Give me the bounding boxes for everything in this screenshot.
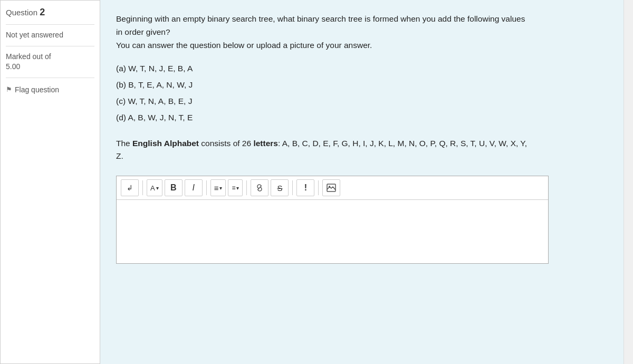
sidebar-divider bbox=[6, 24, 94, 25]
toolbar-separator-1 bbox=[142, 180, 143, 195]
bold-button[interactable]: B bbox=[165, 179, 183, 196]
sidebar-divider2 bbox=[6, 46, 94, 46]
question-number: 2 bbox=[40, 7, 45, 17]
editor-body[interactable] bbox=[117, 200, 548, 263]
marked-out-of: Marked out of 5.00 bbox=[6, 52, 94, 72]
choice-a: (a) W, T, N, J, E, B, A bbox=[116, 62, 608, 75]
link-button[interactable] bbox=[251, 179, 268, 196]
italic-button[interactable]: I bbox=[185, 179, 203, 196]
flag-question-label: Flag question bbox=[15, 85, 59, 94]
image-icon bbox=[327, 184, 336, 192]
ul-dropdown-arrow: ▾ bbox=[219, 185, 222, 191]
question-text: Beginning with an empty binary search tr… bbox=[116, 13, 528, 52]
ol-dropdown-arrow: ▾ bbox=[236, 185, 239, 191]
main-content: Beginning with an empty binary search tr… bbox=[100, 0, 624, 364]
sidebar: Question 2 Not yet answered Marked out o… bbox=[0, 0, 100, 364]
choice-b: (b) B, T, E, A, N, W, J bbox=[116, 79, 608, 92]
choice-c: (c) W, T, N, A, B, E, J bbox=[116, 95, 608, 108]
alphabet-note: The English Alphabet consists of 26 lett… bbox=[116, 137, 528, 164]
toolbar-separator-4 bbox=[292, 180, 293, 195]
flag-icon: ⚑ bbox=[6, 85, 12, 93]
question-label: Question 2 bbox=[6, 7, 94, 18]
toolbar-separator-5 bbox=[318, 180, 319, 195]
editor-toolbar: ↲ A ▾ B I ≡ ▾ ≡ ▾ bbox=[117, 176, 548, 200]
exclamation-button[interactable]: ! bbox=[296, 179, 314, 196]
svg-line-0 bbox=[258, 187, 261, 189]
answer-editor: ↲ A ▾ B I ≡ ▾ ≡ ▾ bbox=[116, 176, 549, 264]
toolbar-separator-3 bbox=[246, 180, 247, 195]
toolbar-separator-2 bbox=[206, 180, 207, 195]
sidebar-divider3 bbox=[6, 78, 94, 78]
choice-d: (d) A, B, W, J, N, T, E bbox=[116, 111, 608, 124]
strikethrough-button[interactable]: S bbox=[271, 179, 289, 196]
flag-question-button[interactable]: ⚑ Flag question bbox=[6, 85, 94, 94]
question-status: Not yet answered bbox=[6, 30, 94, 41]
font-button[interactable]: A ▾ bbox=[147, 179, 162, 196]
choices-list: (a) W, T, N, J, E, B, A (b) B, T, E, A, … bbox=[116, 62, 608, 124]
ordered-list-button[interactable]: ≡ ▾ bbox=[228, 179, 243, 196]
image-button[interactable] bbox=[322, 179, 340, 196]
undo-button[interactable]: ↲ bbox=[121, 179, 139, 196]
right-scrollbar bbox=[624, 0, 633, 364]
font-dropdown-arrow: ▾ bbox=[156, 185, 159, 191]
unordered-list-button[interactable]: ≡ ▾ bbox=[210, 179, 226, 196]
link-icon bbox=[255, 184, 264, 192]
